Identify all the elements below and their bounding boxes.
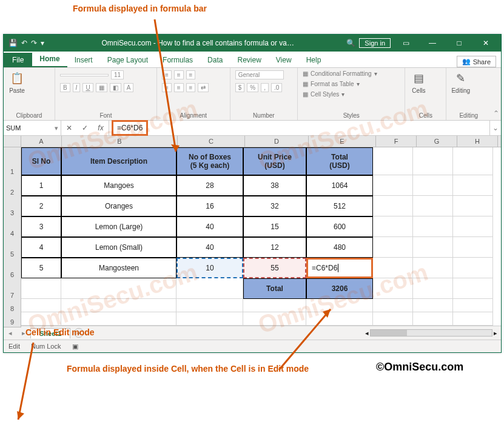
cell-G9[interactable] — [413, 312, 453, 326]
cell-F4[interactable] — [373, 216, 413, 237]
tab-home[interactable]: Home — [32, 52, 67, 67]
cell-C7[interactable] — [176, 278, 243, 299]
cell-H5[interactable] — [453, 237, 493, 258]
cell-E6-editing[interactable]: =C6*D6 — [306, 258, 373, 278]
align-middle-button[interactable]: ≡ — [174, 70, 184, 79]
cell-F1[interactable] — [373, 147, 413, 175]
ribbon-display-icon[interactable]: ▭ — [394, 39, 417, 47]
tab-file[interactable]: File — [4, 53, 32, 67]
expand-formula-bar-icon[interactable]: ⌄ — [489, 121, 501, 135]
cell-A3[interactable]: 2 — [21, 196, 61, 216]
cell-D8[interactable] — [243, 299, 306, 312]
cell-C3[interactable]: 16 — [176, 196, 243, 216]
cell-G5[interactable] — [413, 237, 453, 258]
row-header-4[interactable]: 4 — [4, 216, 21, 239]
cell-F8[interactable] — [373, 299, 413, 312]
column-header-D[interactable]: D — [245, 136, 309, 147]
align-right-button[interactable]: ≡ — [186, 83, 196, 92]
cell-styles-button[interactable]: ▦ Cell Styles ▾ — [303, 91, 344, 98]
align-center-button[interactable]: ≡ — [174, 83, 184, 92]
cell-A6[interactable]: 5 — [21, 258, 61, 278]
cell-G8[interactable] — [413, 299, 453, 312]
column-header-C[interactable]: C — [178, 136, 245, 147]
decrease-decimal-button[interactable]: .0 — [271, 83, 282, 92]
undo-icon[interactable]: ↶ — [21, 39, 27, 47]
sign-in-button[interactable]: Sign in — [359, 38, 391, 48]
column-header-A[interactable]: A — [21, 136, 62, 147]
cell-C5[interactable]: 40 — [176, 237, 243, 258]
cell-E7[interactable]: 3206 — [306, 278, 373, 299]
cell-C2[interactable]: 28 — [176, 175, 243, 196]
cell-E5[interactable]: 480 — [306, 237, 373, 258]
cell-H8[interactable] — [453, 299, 493, 312]
cell-B1[interactable]: Item Description — [61, 147, 176, 175]
paste-button[interactable]: 📋Paste — [8, 70, 25, 94]
cell-F6[interactable] — [373, 258, 413, 278]
cell-H4[interactable] — [453, 216, 493, 237]
cell-F5[interactable] — [373, 237, 413, 258]
row-header-9[interactable]: 9 — [4, 312, 21, 327]
redo-icon[interactable]: ↷ — [31, 39, 37, 47]
cell-H6[interactable] — [453, 258, 493, 278]
cell-G7[interactable] — [413, 278, 453, 299]
cell-H9[interactable] — [453, 312, 493, 326]
cell-B7[interactable] — [61, 278, 176, 299]
cell-G2[interactable] — [413, 175, 453, 196]
currency-button[interactable]: $ — [235, 83, 245, 92]
cell-A5[interactable]: 4 — [21, 237, 61, 258]
cell-A2[interactable]: 1 — [21, 175, 61, 196]
cell-B2[interactable]: Mangoes — [61, 175, 176, 196]
row-header-5[interactable]: 5 — [4, 237, 21, 260]
tab-data[interactable]: Data — [200, 53, 230, 67]
fill-color-button[interactable]: ◧ — [110, 83, 121, 92]
save-icon[interactable]: 💾 — [8, 39, 18, 47]
scroll-right-icon[interactable]: ▸ — [494, 329, 497, 337]
formula-input[interactable]: =C6*D6 — [109, 121, 489, 135]
row-header-6[interactable]: 6 — [4, 258, 21, 280]
cell-E1[interactable]: Total(USD) — [306, 147, 373, 175]
cell-F7[interactable] — [373, 278, 413, 299]
cell-H3[interactable] — [453, 196, 493, 216]
cell-B9[interactable] — [61, 312, 176, 326]
cell-C4[interactable]: 40 — [176, 216, 243, 237]
cell-B5[interactable]: Lemon (Small) — [61, 237, 176, 258]
cell-H1[interactable] — [453, 147, 493, 175]
tab-review[interactable]: Review — [230, 53, 268, 67]
cell-E9[interactable] — [306, 312, 373, 326]
cell-A9[interactable] — [21, 312, 61, 326]
cell-E2[interactable]: 1064 — [306, 175, 373, 196]
column-header-F[interactable]: F — [376, 136, 417, 147]
macro-record-icon[interactable]: ▣ — [72, 343, 78, 350]
font-color-button[interactable]: A — [124, 83, 134, 92]
cell-D1[interactable]: Unit Price(USD) — [243, 147, 306, 175]
cell-G6[interactable] — [413, 258, 453, 278]
cell-C1[interactable]: No of Boxes(5 Kg each) — [176, 147, 243, 175]
cell-B6[interactable]: Mangosteen — [61, 258, 176, 278]
select-all-corner[interactable] — [4, 136, 21, 147]
font-size-box[interactable]: 11 — [111, 70, 124, 79]
column-header-B[interactable]: B — [62, 136, 178, 147]
column-header-H[interactable]: H — [457, 136, 498, 147]
cell-E4[interactable]: 600 — [306, 216, 373, 237]
tab-formulas[interactable]: Formulas — [155, 53, 200, 67]
cell-D9[interactable] — [243, 312, 306, 326]
cancel-formula-button[interactable]: ✕ — [61, 124, 77, 132]
minimize-button[interactable]: — — [421, 39, 444, 47]
name-box-dropdown-icon[interactable]: ▾ — [55, 124, 58, 132]
bold-button[interactable]: B — [60, 83, 70, 92]
qat-dropdown-icon[interactable]: ▾ — [41, 39, 44, 47]
cell-F2[interactable] — [373, 175, 413, 196]
cell-B8[interactable] — [61, 299, 176, 312]
cell-F3[interactable] — [373, 196, 413, 216]
cell-H7[interactable] — [453, 278, 493, 299]
name-box[interactable]: SUM▾ — [4, 121, 61, 135]
cell-A8[interactable] — [21, 299, 61, 312]
align-top-button[interactable]: ≡ — [162, 70, 172, 79]
collapse-ribbon-icon[interactable]: ⌃ — [491, 68, 501, 120]
comma-button[interactable]: , — [261, 83, 269, 92]
conditional-formatting-button[interactable]: ▦ Conditional Formatting ▾ — [303, 70, 377, 77]
align-bottom-button[interactable]: ≡ — [186, 70, 196, 79]
tab-insert[interactable]: Insert — [67, 53, 100, 67]
row-header-7[interactable]: 7 — [4, 278, 21, 301]
horizontal-scrollbar[interactable]: ◂ ▸ — [365, 329, 501, 337]
